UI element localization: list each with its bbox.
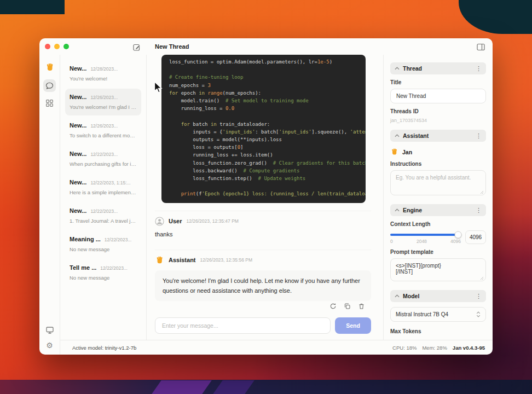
titlebar: New Thread	[39, 38, 493, 55]
thread-list: New...12/28/2023...You're welcome!New...…	[60, 55, 147, 340]
thread-menu-button[interactable]: ⋮	[476, 66, 482, 72]
minimize-button[interactable]	[54, 44, 60, 49]
composer: Send	[155, 317, 371, 334]
engine-section-header[interactable]: Engine ⋮	[390, 204, 486, 216]
prompt-template-label: Prompt template	[390, 249, 486, 255]
settings-gear-button[interactable]: ⚙	[46, 341, 53, 349]
app-window: New Thread	[39, 38, 493, 355]
resize-grip-icon[interactable]	[480, 190, 484, 194]
code-line: for batch in train_dataloader:	[169, 120, 358, 128]
main-row: New...12/28/2023...You're welcome!New...…	[60, 55, 493, 340]
thread-preview: No new message	[70, 246, 137, 252]
thread-item-header: New...12/22/2023, 1:15:...	[70, 179, 137, 186]
code-line: running_loss += loss.item()	[169, 151, 358, 159]
jan-hand-logo-icon	[45, 62, 55, 72]
thread-list-item[interactable]: New...12/26/2023...To switch to a differ…	[65, 117, 141, 144]
thread-item-header: New...12/26/2023...	[70, 94, 137, 100]
regenerate-icon	[329, 303, 337, 310]
code-line: loss_function.zero_grad() # Clear gradie…	[169, 159, 358, 167]
tick-label: 2048	[417, 239, 427, 244]
thread-item-header: New...12/22/2023...	[70, 150, 137, 157]
right-panel-toggle-button[interactable]	[475, 42, 486, 53]
send-button[interactable]: Send	[335, 317, 371, 334]
assistant-section-header[interactable]: Assistant ⋮	[390, 130, 486, 142]
thread-list-item[interactable]: New...12/22/2023...When purchasing gifts…	[65, 146, 141, 172]
cpu-status: CPU: 18%	[392, 345, 417, 351]
thread-title: Meaning ...	[70, 236, 101, 242]
prompt-template-textarea[interactable]: <s>[INST]{prompt} [/INST]	[390, 258, 486, 281]
slider-ticks: 0 2048 4096	[390, 239, 461, 244]
instructions-textarea[interactable]	[390, 170, 486, 195]
context-length-value[interactable]: 4096	[465, 230, 486, 244]
left-ribbon: ⚙	[39, 55, 60, 355]
thread-title-input[interactable]	[390, 89, 486, 103]
model-menu-button[interactable]: ⋮	[476, 293, 482, 299]
model-section-header[interactable]: Model ⋮	[390, 290, 486, 302]
chevron-up-icon	[395, 134, 400, 137]
assistant-menu-button[interactable]: ⋮	[476, 133, 482, 139]
resize-grip-icon[interactable]	[480, 276, 484, 280]
thread-item-header: Meaning ...12/22/2023...	[70, 236, 137, 242]
assistant-avatar-hand-icon	[155, 256, 164, 265]
code-line: model.train() # Set model to training mo…	[169, 97, 358, 105]
user-message-header: User 12/26/2023, 12:35:47 PM	[155, 211, 371, 226]
context-length-slider[interactable]	[390, 234, 461, 236]
mem-status: Mem: 28%	[422, 345, 447, 351]
system-monitor-button[interactable]	[45, 326, 54, 334]
regenerate-button[interactable]	[327, 301, 338, 312]
thread-list-item[interactable]: New...12/22/2023...1. Travel Journal: A …	[65, 202, 141, 229]
message-timestamp: 12/26/2023, 12:35:47 PM	[186, 218, 238, 224]
thread-preview: No new message	[70, 275, 137, 281]
trash-icon	[358, 303, 365, 310]
engine-menu-button[interactable]: ⋮	[476, 207, 482, 213]
copy-button[interactable]	[342, 301, 352, 312]
assistant-name-row: Jan	[390, 148, 486, 156]
thread-list-item[interactable]: New...12/22/2023, 1:15:...Here is a simp…	[65, 174, 141, 201]
thread-list-item[interactable]: Meaning ...12/22/2023...No new message	[65, 231, 141, 258]
code-block: loss_function = optim.Adam(model.paramet…	[161, 55, 366, 203]
model-select[interactable]: Mistral Instruct 7B Q4	[390, 307, 486, 322]
thread-title: New...	[70, 94, 86, 100]
new-thread-compose-button[interactable]	[131, 42, 142, 53]
code-line	[169, 66, 358, 73]
thread-list-item[interactable]: New...12/26/2023...You're welcome! I'm g…	[65, 89, 141, 115]
message-timestamp: 12/26/2023, 12:35:56 PM	[200, 257, 252, 263]
context-length-control: 0 2048 4096 4096	[390, 230, 486, 244]
instructions-label: Instructions	[390, 161, 486, 167]
thread-preview: To switch to a different model,...	[70, 132, 137, 138]
user-message-text: thanks	[155, 231, 371, 237]
code-line: loss_function.step() # Update weights	[169, 175, 358, 182]
delete-button[interactable]	[356, 301, 367, 312]
panel-toggle-icon	[477, 43, 485, 51]
thread-list-item[interactable]: Tell me ...12/22/2023...No new message	[65, 259, 141, 286]
thread-preview: When purchasing gifts for in-...	[70, 161, 137, 167]
tick-label: 4096	[450, 239, 461, 244]
threads-id-label: Threads ID	[390, 108, 486, 114]
chat-bubble-icon	[45, 82, 54, 90]
code-line: inputs = {'input_ids': batch['input_ids'…	[169, 128, 358, 136]
slider-fill	[390, 234, 458, 236]
slider-thumb[interactable]	[454, 231, 461, 239]
zoom-button[interactable]	[63, 44, 69, 49]
active-model-status: Active model: trinity-v1.2-7b	[72, 345, 136, 351]
close-button[interactable]	[45, 44, 50, 49]
nav-chat-button[interactable]	[43, 79, 56, 92]
code-line: for epoch in range(num_epochs):	[169, 89, 358, 97]
chevron-up-icon	[395, 208, 400, 212]
section-title: Assistant	[403, 132, 472, 139]
thread-list-item[interactable]: New...12/28/2023...You're welcome!	[65, 60, 141, 87]
nav-hub-button[interactable]	[45, 99, 54, 107]
thread-item-header: New...12/26/2023...	[70, 122, 137, 129]
message-input[interactable]	[155, 317, 331, 334]
thread-section-header[interactable]: Thread ⋮	[390, 62, 486, 74]
chat-column: loss_function = optim.Adam(model.paramet…	[147, 55, 384, 340]
thread-item-header: New...12/28/2023...	[70, 65, 137, 72]
max-tokens-label: Max Tokens	[390, 328, 486, 334]
message-role: Assistant	[169, 257, 196, 263]
wallpaper-shape	[0, 380, 532, 394]
thread-item-header: New...12/22/2023...	[70, 207, 137, 214]
main-area: New...12/28/2023...You're welcome!New...…	[60, 55, 493, 355]
section-title: Thread	[403, 65, 472, 72]
code-line: outputs = model(**inputs).loss	[169, 136, 358, 143]
assistant-hand-icon	[390, 148, 398, 156]
